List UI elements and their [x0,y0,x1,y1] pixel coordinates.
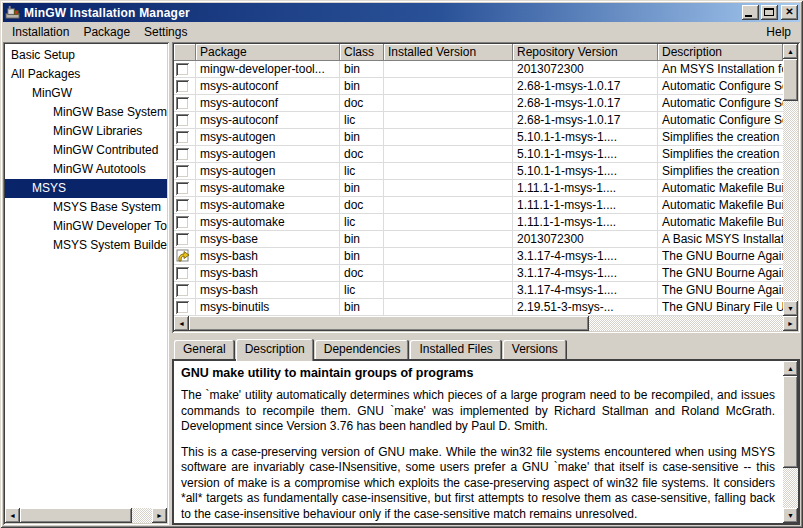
package-checkbox[interactable] [176,301,189,314]
table-row[interactable]: msys-bashbin3.1.17-4-msys-1....The GNU B… [174,248,783,265]
package-checkbox[interactable] [176,165,189,178]
table-row[interactable]: msys-bashdoc3.1.17-4-msys-1....The GNU B… [174,265,783,282]
table-hscrollbar-track[interactable] [589,316,783,331]
cell-package: msys-autogen [196,163,340,180]
main-content: Basic SetupAll PackagesMinGWMinGW Base S… [3,42,800,525]
checkbox-cell[interactable] [174,299,196,316]
column-header-description[interactable]: Description [658,44,783,61]
cell-description: Simplifies the creation a [658,146,783,163]
checkbox-cell[interactable] [174,265,196,282]
scroll-up-icon[interactable]: ▲ [783,361,798,376]
scroll-right-icon[interactable]: ► [783,316,798,331]
table-row[interactable]: msys-autogenbin5.10.1-1-msys-1....Simpli… [174,129,783,146]
checkbox-cell[interactable] [174,214,196,231]
column-header-package[interactable]: Package [196,44,340,61]
tree-item-mingw-contributed[interactable]: MinGW Contributed [5,141,167,160]
checkbox-cell[interactable] [174,78,196,95]
table-row[interactable]: msys-autogendoc5.10.1-1-msys-1....Simpli… [174,146,783,163]
tree-item-msys[interactable]: MSYS [5,179,167,198]
checkbox-cell[interactable] [174,95,196,112]
tab-description[interactable]: Description [236,339,314,361]
close-button[interactable]: ✕ [781,5,798,20]
table-row[interactable]: msys-automakelic1.11.1-1-msys-1....Autom… [174,214,783,231]
tree-item-mingw-libraries[interactable]: MinGW Libraries [5,122,167,141]
table-vscrollbar-track[interactable] [783,101,798,301]
table-row[interactable]: msys-autogenlic5.10.1-1-msys-1....Simpli… [174,163,783,180]
column-header-repository-version[interactable]: Repository Version [513,44,658,61]
tree-item-mingw-base-system[interactable]: MinGW Base System [5,103,167,122]
checkbox-cell[interactable] [174,146,196,163]
column-header-installed-version[interactable]: Installed Version [384,44,513,61]
tree-item-msys-base-system[interactable]: MSYS Base System [5,198,167,217]
package-checkbox[interactable] [176,233,189,246]
tab-general[interactable]: General [174,340,235,359]
tab-versions[interactable]: Versions [503,340,567,359]
package-checkbox[interactable] [176,284,189,297]
column-header-select[interactable] [174,44,196,61]
tree-item-mingw-developer-toolkit[interactable]: MinGW Developer Toolkit [5,217,167,236]
table-row[interactable]: msys-automakebin1.11.1-1-msys-1....Autom… [174,180,783,197]
minimize-button[interactable] [742,5,759,20]
detail-tab-panel: GeneralDescriptionDependenciesInstalled … [172,337,800,525]
package-checkbox[interactable] [176,267,189,280]
checkbox-cell[interactable] [174,163,196,180]
scroll-right-icon[interactable]: ► [152,508,167,523]
menu-installation[interactable]: Installation [5,23,76,41]
scroll-up-icon[interactable]: ▲ [783,44,798,59]
tree-scrollbar-thumb[interactable] [20,508,132,523]
table-row[interactable]: msys-automakedoc1.11.1-1-msys-1....Autom… [174,197,783,214]
maximize-button[interactable] [761,5,778,20]
menu-package[interactable]: Package [76,23,137,41]
table-row[interactable]: msys-binutilsbin2.19.51-3-msys-...The GN… [174,299,783,316]
table-vertical-scrollbar[interactable]: ▲ ▼ [783,44,798,316]
checkbox-cell[interactable] [174,231,196,248]
table-row[interactable]: msys-autoconfbin2.68-1-msys-1.0.17Automa… [174,78,783,95]
tree-horizontal-scrollbar[interactable]: ◄ ► [5,508,167,523]
package-checkbox[interactable] [176,80,189,93]
package-checkbox[interactable] [176,114,189,127]
table-hscrollbar-thumb[interactable] [189,316,589,331]
tree-item-mingw[interactable]: MinGW [5,84,167,103]
table-row[interactable]: msys-basebin2013072300A Basic MSYS Insta… [174,231,783,248]
tree-item-mingw-autotools[interactable]: MinGW Autotools [5,160,167,179]
table-row[interactable]: mingw-developer-tool...bin2013072300An M… [174,61,783,78]
description-vertical-scrollbar[interactable]: ▲ ▼ [783,361,798,523]
table-horizontal-scrollbar[interactable]: ◄ ► [174,316,798,331]
table-row[interactable]: msys-bashlic3.1.17-4-msys-1....The GNU B… [174,282,783,299]
package-checkbox[interactable] [176,199,189,212]
checkbox-cell[interactable] [174,180,196,197]
column-header-class[interactable]: Class [340,44,384,61]
tab-dependencies[interactable]: Dependencies [315,340,410,359]
menu-settings[interactable]: Settings [137,23,194,41]
cell-installed [384,197,513,214]
scroll-left-icon[interactable]: ◄ [5,508,20,523]
checkbox-cell[interactable] [174,112,196,129]
scroll-down-icon[interactable]: ▼ [783,301,798,316]
menu-help[interactable]: Help [759,23,798,41]
package-checkbox[interactable] [176,63,189,76]
checkbox-cell[interactable] [174,282,196,299]
cell-class: doc [340,146,384,163]
scroll-down-icon[interactable]: ▼ [783,508,798,523]
scroll-left-icon[interactable]: ◄ [174,316,189,331]
package-checkbox[interactable] [176,97,189,110]
marked-for-install-cell[interactable] [174,248,196,265]
description-scrollbar-thumb[interactable] [783,376,798,468]
tree-item-basic-setup[interactable]: Basic Setup [5,46,167,65]
checkbox-cell[interactable] [174,197,196,214]
package-checkbox[interactable] [176,131,189,144]
tab-installed-files[interactable]: Installed Files [410,340,501,359]
package-checkbox[interactable] [176,148,189,161]
tree-item-all-packages[interactable]: All Packages [5,65,167,84]
table-row[interactable]: msys-autoconflic2.68-1-msys-1.0.17Automa… [174,112,783,129]
checkbox-cell[interactable] [174,129,196,146]
table-row[interactable]: msys-autoconfdoc2.68-1-msys-1.0.17Automa… [174,95,783,112]
tree-scrollbar-track[interactable] [132,508,152,523]
cell-package: msys-autoconf [196,112,340,129]
table-vscrollbar-thumb[interactable] [783,59,798,101]
tree-item-msys-system-builder[interactable]: MSYS System Builder [5,236,167,255]
description-scrollbar-track[interactable] [783,468,798,508]
package-checkbox[interactable] [176,182,189,195]
package-checkbox[interactable] [176,216,189,229]
checkbox-cell[interactable] [174,61,196,78]
